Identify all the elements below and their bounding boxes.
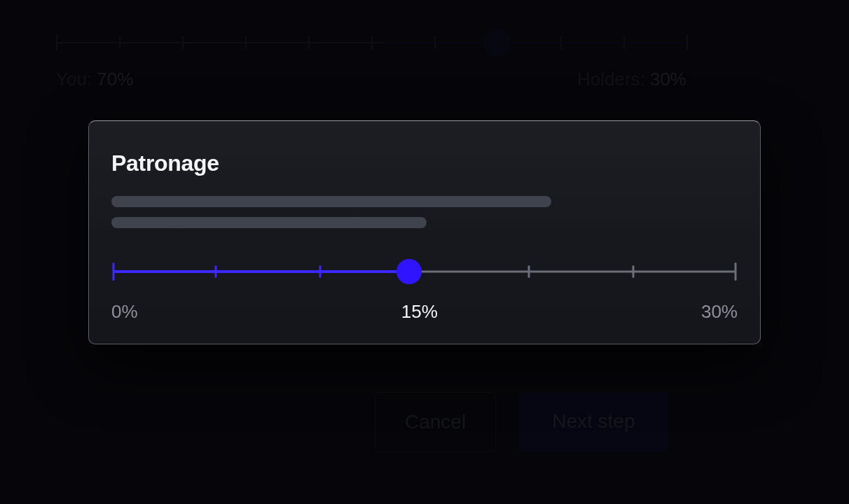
slider-tick <box>112 262 114 281</box>
skeleton-line <box>111 217 427 228</box>
modal-title: Patronage <box>111 150 738 176</box>
patronage-modal: Patronage 0% 15% 30% <box>88 120 761 344</box>
slider-tick <box>735 262 737 281</box>
slider-labels: 0% 15% 30% <box>111 301 738 323</box>
slider-thumb[interactable] <box>396 259 422 284</box>
slider-value-label: 15% <box>401 301 438 323</box>
slider-tick <box>528 265 530 278</box>
slider-max-label: 30% <box>701 301 738 323</box>
slider-min-label: 0% <box>111 301 138 323</box>
slider-tick <box>319 265 321 278</box>
patronage-slider[interactable] <box>111 259 738 284</box>
slider-tick <box>632 265 634 278</box>
slider-tick <box>215 265 217 278</box>
slider-fill <box>113 270 410 273</box>
skeleton-line <box>111 196 551 207</box>
